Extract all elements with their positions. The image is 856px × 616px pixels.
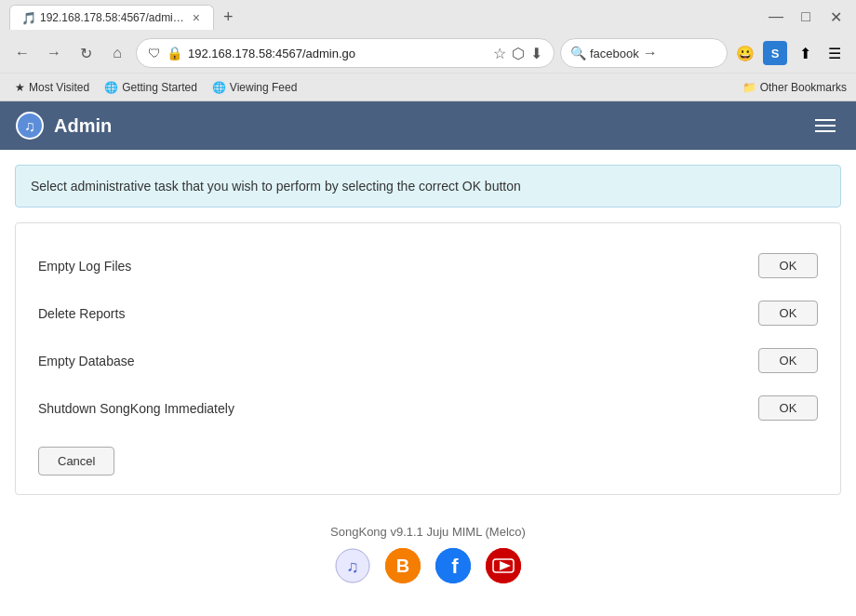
other-bookmarks-label: Other Bookmarks [760,81,847,94]
footer-music-icon[interactable]: ♫ [335,548,370,583]
account-icon[interactable]: S [763,41,787,65]
info-message: Select administrative task that you wish… [31,179,521,194]
minimize-button[interactable]: — [765,6,787,28]
reload-button[interactable]: ↻ [73,40,99,66]
youtube-svg [486,548,521,583]
maximize-button[interactable]: □ [795,6,817,28]
shutdown-songkong-label: Shutdown SongKong Immediately [38,401,743,416]
app-header: ♫ Admin [0,101,856,150]
music-svg: ♫ [335,548,370,583]
menu-icon[interactable]: ☰ [823,41,847,65]
svg-text:f: f [451,555,459,578]
shutdown-songkong-ok-button[interactable]: OK [758,395,818,421]
home-button[interactable]: ⌂ [104,40,130,66]
empty-log-files-label: Empty Log Files [38,259,743,274]
viewing-feed-label: Viewing Feed [230,81,298,94]
folder-icon: 📁 [742,81,756,94]
admin-card: Empty Log Files OK Delete Reports OK Emp… [15,222,841,495]
shutdown-songkong-row: Shutdown SongKong Immediately OK [38,384,818,432]
viewing-feed-bookmark[interactable]: 🌐 Viewing Feed [207,79,303,96]
url-bar[interactable]: 🛡 🔒 192.168.178.58:4567/admin.go ☆ ⬡ ⬇ [136,38,555,68]
address-bar: ← → ↻ ⌂ 🛡 🔒 192.168.178.58:4567/admin.go… [0,33,856,73]
star-icon[interactable]: ☆ [493,45,506,62]
empty-database-row: Empty Database OK [38,337,818,384]
title-bar: 🎵 192.168.178.58:4567/admin.go × + — □ ✕ [0,0,856,33]
other-bookmarks[interactable]: 📁 Other Bookmarks [742,81,847,94]
app-logo: ♫ Admin [15,111,112,141]
empty-log-files-row: Empty Log Files OK [38,242,818,289]
url-text: 192.168.178.58:4567/admin.go [188,47,488,60]
facebook-svg: f [435,548,471,583]
window-controls: — □ ✕ [765,6,847,28]
pocket-icon[interactable]: ⬡ [512,45,525,62]
new-tab-button[interactable]: + [218,7,239,27]
empty-log-files-ok-button[interactable]: OK [758,253,818,278]
security-icon: 🛡 [148,46,161,60]
globe-viewing-feed-icon: 🌐 [212,81,226,94]
search-icon: 🔍 [570,46,586,60]
delete-reports-row: Delete Reports OK [38,289,818,337]
footer-facebook-icon[interactable]: f [435,548,471,583]
tab-favicon: 🎵 [21,11,34,24]
hamburger-line-1 [815,119,836,121]
blogger-svg: B [385,548,421,583]
getting-started-bookmark[interactable]: 🌐 Getting Started [99,79,203,96]
back-button[interactable]: ← [9,40,35,66]
getting-started-label: Getting Started [122,81,197,94]
tab-title: 192.168.178.58:4567/admin.go [40,11,185,24]
extension-icon[interactable]: ⬆ [793,41,817,65]
footer-version-text: SongKong v9.1.1 Juju MIML (Melco) [0,525,856,539]
download-icon[interactable]: ⬇ [530,45,542,62]
close-window-button[interactable]: ✕ [824,6,847,28]
tab-bar: 🎵 192.168.178.58:4567/admin.go × + [9,5,765,30]
tab-close-button[interactable]: × [191,10,202,25]
footer-youtube-icon[interactable] [486,548,521,583]
hamburger-line-2 [815,125,836,127]
delete-reports-ok-button[interactable]: OK [758,301,818,326]
firefox-avatar-icon[interactable]: 😀 [733,41,757,65]
page-footer: SongKong v9.1.1 Juju MIML (Melco) ♫ B [0,510,856,591]
bookmarks-bar: ★ Most Visited 🌐 Getting Started 🌐 Viewi… [0,73,856,100]
most-visited-bookmark[interactable]: ★ Most Visited [9,79,95,96]
app-logo-icon: ♫ [15,111,45,141]
cancel-button[interactable]: Cancel [38,447,114,475]
empty-database-ok-button[interactable]: OK [758,348,818,373]
active-tab[interactable]: 🎵 192.168.178.58:4567/admin.go × [9,5,214,30]
most-visited-label: Most Visited [29,81,89,94]
empty-database-label: Empty Database [38,354,743,368]
footer-blogger-icon[interactable]: B [385,548,421,583]
footer-icons: ♫ B f [0,548,856,583]
delete-reports-label: Delete Reports [38,306,743,321]
hamburger-menu-button[interactable] [809,114,841,138]
page-content: ♫ Admin Select administrative task that … [0,101,856,616]
svg-text:♫: ♫ [346,557,359,576]
globe-getting-started-icon: 🌐 [104,81,118,94]
profile-icons: 😀 S ⬆ ☰ [733,41,847,65]
svg-text:♫: ♫ [24,118,35,134]
search-bar[interactable]: 🔍 facebook → [560,38,728,68]
search-text: facebook [590,47,639,60]
lock-icon: 🔒 [167,46,182,60]
app-title: Admin [54,115,112,137]
svg-text:B: B [396,556,409,576]
hamburger-line-3 [815,130,836,132]
star-bookmark-icon: ★ [15,81,25,94]
search-arrow-icon[interactable]: → [643,45,658,61]
forward-button[interactable]: → [41,40,67,66]
info-banner: Select administrative task that you wish… [15,165,841,208]
